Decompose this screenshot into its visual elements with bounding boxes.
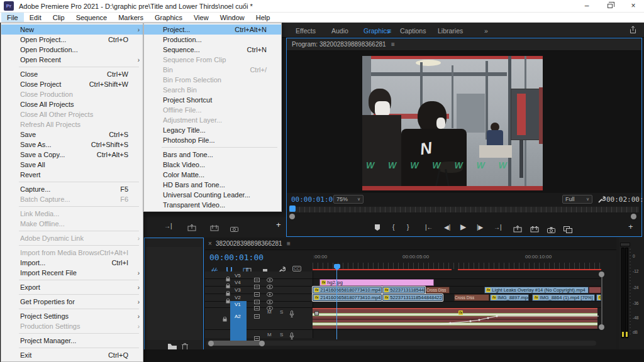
new-submenu-item-black-video[interactable]: Black Video... bbox=[144, 160, 281, 170]
menubar-item-view[interactable]: View bbox=[188, 13, 214, 22]
timeline-v-scrollbar[interactable] bbox=[601, 277, 602, 326]
new-submenu-item-project-shortcut[interactable]: Project Shortcut bbox=[144, 95, 281, 105]
file-menu-item-import-recent-file[interactable]: Import Recent File› bbox=[1, 268, 143, 278]
mute-button[interactable]: M bbox=[267, 309, 272, 315]
timeline-clip[interactable]: fx2141605658180773410.mp4 bbox=[313, 294, 382, 301]
tab-effects[interactable]: Effects bbox=[296, 27, 316, 35]
file-menu-item-save[interactable]: SaveCtrl+S bbox=[1, 129, 143, 140]
export-frame-camera-icon[interactable] bbox=[547, 224, 555, 236]
menubar-item-file[interactable]: File bbox=[1, 13, 24, 22]
timeline-clip[interactable]: fxIMG_8897.mp4 bbox=[490, 294, 529, 301]
source-extract-icon[interactable] bbox=[210, 222, 219, 234]
lift-icon[interactable] bbox=[513, 224, 522, 235]
transition-clip[interactable]: Cross Diss bbox=[426, 287, 450, 293]
close-button[interactable]: × bbox=[623, 0, 644, 13]
tab-audio[interactable]: Audio bbox=[331, 27, 348, 35]
new-submenu-item-bars-and-tone[interactable]: Bars and Tone... bbox=[144, 150, 281, 160]
button-editor-plus-icon[interactable]: + bbox=[628, 223, 633, 231]
timeline-clip[interactable]: fx52237131185448 bbox=[382, 287, 425, 293]
source-plus-icon[interactable]: + bbox=[276, 221, 281, 229]
mute-button[interactable]: M bbox=[267, 332, 272, 337]
add-marker-icon[interactable] bbox=[375, 224, 380, 233]
go-to-in-icon[interactable]: |← bbox=[425, 224, 433, 231]
scrub-handle-left[interactable] bbox=[289, 214, 295, 219]
minimize-button[interactable]: – bbox=[576, 0, 597, 13]
track-lock-icon[interactable] bbox=[223, 313, 227, 324]
program-current-timecode[interactable]: 00:00:01:00 bbox=[291, 195, 337, 204]
step-back-icon[interactable]: ◀| bbox=[444, 224, 450, 231]
timeline-current-timecode[interactable]: 00:00:01:00 bbox=[209, 253, 264, 262]
timeline-clip[interactable]: fxLight Leaks Overlay #14 (No Copyright)… bbox=[484, 287, 589, 293]
tab-overflow-icon[interactable]: » bbox=[484, 27, 488, 35]
timeline-ruler[interactable] bbox=[313, 263, 601, 269]
timeline-tab-close-icon[interactable]: × bbox=[208, 240, 212, 247]
scrub-handle-right[interactable] bbox=[631, 214, 636, 219]
menubar-item-sequence[interactable]: Sequence bbox=[70, 13, 113, 22]
source-go-to-out-icon[interactable]: →| bbox=[164, 222, 172, 230]
track-label-v1[interactable]: V1 bbox=[235, 302, 241, 307]
file-menu-item-revert[interactable]: Revert bbox=[1, 170, 143, 180]
solo-button[interactable]: S bbox=[280, 332, 283, 337]
source-lift-icon[interactable] bbox=[187, 222, 196, 234]
program-resolution-select[interactable]: Full∨ bbox=[562, 195, 592, 204]
mark-out-icon[interactable]: } bbox=[407, 224, 409, 231]
timeline-tab-label[interactable]: 3820028398898366281 bbox=[216, 240, 282, 247]
file-menu-item-open-project[interactable]: Open Project...Ctrl+O bbox=[1, 35, 143, 45]
file-menu-item-new[interactable]: New› bbox=[1, 25, 143, 35]
file-menu-item-exit[interactable]: ExitCtrl+Q bbox=[1, 350, 143, 360]
file-menu-item-export[interactable]: Export› bbox=[1, 282, 143, 292]
program-playhead[interactable] bbox=[289, 206, 296, 212]
new-submenu-item-legacy-title[interactable]: Legacy Title... bbox=[144, 125, 281, 135]
track-label-v5[interactable]: V5 bbox=[235, 273, 241, 278]
file-menu-item-close-project[interactable]: Close ProjectCtrl+Shift+W bbox=[1, 79, 143, 89]
tab-captions[interactable]: Captions bbox=[400, 27, 426, 35]
transition-clip[interactable]: Cross Diss bbox=[454, 294, 489, 301]
file-menu-item-open-production[interactable]: Open Production... bbox=[1, 45, 143, 55]
extract-icon[interactable] bbox=[530, 224, 539, 235]
sync-lock-icon[interactable] bbox=[254, 310, 260, 321]
new-submenu-item-transparent-video[interactable]: Transparent Video... bbox=[144, 200, 281, 210]
step-forward-icon[interactable]: |▶ bbox=[477, 224, 483, 231]
program-panel-menu-icon[interactable]: ≡ bbox=[391, 41, 395, 48]
timeline-clip[interactable]: fx2141605658180773410.mp4 bbox=[313, 287, 382, 293]
tab-graphics[interactable]: Graphics bbox=[364, 27, 390, 35]
menubar-item-edit[interactable]: Edit bbox=[24, 13, 47, 22]
timeline-clip[interactable] bbox=[589, 287, 601, 293]
new-submenu-item-sequence[interactable]: Sequence...Ctrl+N bbox=[144, 45, 281, 55]
solo-button[interactable]: S bbox=[280, 309, 283, 315]
program-zoom-select[interactable]: 75%∨ bbox=[333, 195, 364, 204]
timeline-h-scrollbar[interactable] bbox=[206, 341, 596, 346]
source-camera-icon[interactable] bbox=[230, 223, 238, 234]
new-submenu-item-production[interactable]: Production... bbox=[144, 35, 281, 45]
tab-libraries[interactable]: Libraries bbox=[438, 27, 463, 35]
track-label-v3[interactable]: V3 bbox=[235, 287, 241, 293]
track-label-v2[interactable]: V2 bbox=[235, 295, 241, 300]
track-label-a2[interactable]: A2 bbox=[235, 314, 241, 319]
v-scroll-handle-top[interactable] bbox=[599, 272, 604, 277]
program-settings-wrench-icon[interactable] bbox=[597, 195, 606, 206]
captions-cc-icon[interactable]: CC bbox=[292, 266, 301, 272]
file-menu-item-project-settings[interactable]: Project Settings› bbox=[1, 311, 143, 321]
menubar-item-help[interactable]: Help bbox=[250, 13, 276, 22]
file-menu-item-open-recent[interactable]: Open Recent› bbox=[1, 55, 143, 65]
new-submenu-item-project[interactable]: Project...Ctrl+Alt+N bbox=[144, 25, 281, 35]
graphics-panel-menu-icon[interactable]: ≡ bbox=[387, 27, 391, 35]
file-menu-item-save-as[interactable]: Save As...Ctrl+Shift+S bbox=[1, 140, 143, 150]
voiceover-mic-icon[interactable] bbox=[289, 309, 294, 320]
file-menu-item-save-all[interactable]: Save All bbox=[1, 160, 143, 170]
program-scrub-bar[interactable] bbox=[289, 207, 639, 212]
new-submenu-item-color-matte[interactable]: Color Matte... bbox=[144, 170, 281, 180]
menubar-item-markers[interactable]: Markers bbox=[113, 13, 149, 22]
share-export-icon[interactable] bbox=[628, 25, 638, 37]
track-lock-icon[interactable] bbox=[226, 295, 230, 306]
new-submenu-item-photoshop-file[interactable]: Photoshop File... bbox=[144, 135, 281, 145]
file-menu-item-save-a-copy[interactable]: Save a Copy...Ctrl+Alt+S bbox=[1, 150, 143, 160]
go-to-out-icon[interactable]: →| bbox=[494, 224, 502, 231]
file-menu-item-capture[interactable]: Capture...F5 bbox=[1, 184, 143, 194]
menubar-item-graphics[interactable]: Graphics bbox=[149, 13, 188, 22]
new-submenu-item-hd-bars-and-tone[interactable]: HD Bars and Tone... bbox=[144, 180, 281, 190]
comparison-view-icon[interactable] bbox=[564, 224, 572, 236]
new-submenu-item-universal-counting-leader[interactable]: Universal Counting Leader... bbox=[144, 190, 281, 200]
timeline-clip[interactable]: fxIMG_8864 (1).mp4 [70%] bbox=[532, 294, 595, 301]
file-menu-item-import[interactable]: Import...Ctrl+I bbox=[1, 258, 143, 268]
